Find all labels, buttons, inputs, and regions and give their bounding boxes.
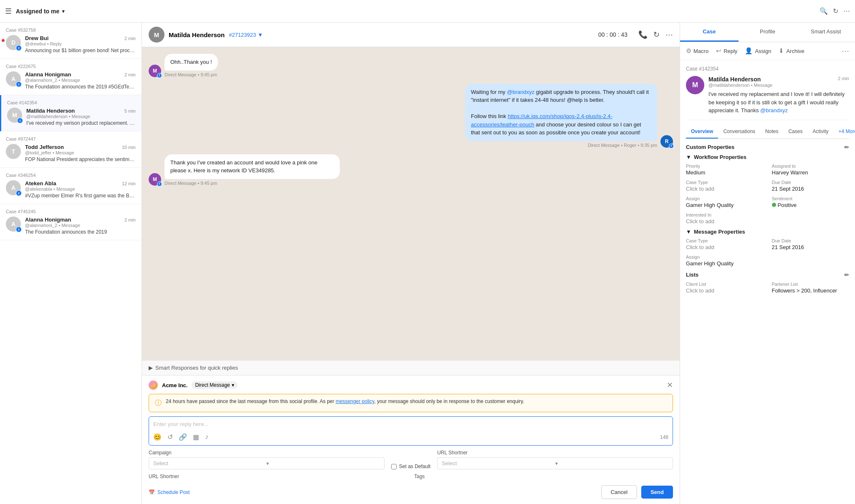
edit-custom-properties-icon[interactable]: ✏: [844, 144, 849, 151]
url-shortner-label-2: URL Shortner: [149, 474, 407, 479]
case-list-item[interactable]: Case #346254 A f Ateken Abla 12 min @ate…: [0, 168, 142, 204]
prop-case-type[interactable]: Case Type Click to add: [686, 180, 764, 192]
reply-tool[interactable]: ↩ Reply: [716, 47, 737, 55]
smart-responses-bar[interactable]: ▶ Smart Responses for quick replies: [142, 360, 680, 375]
more-chat-icon[interactable]: ⋯: [665, 30, 673, 39]
sub-tabs: Overview Conversations Notes Cases Activ…: [686, 125, 849, 139]
case-body: M f Matilda Henderson 5 min @matildahend…: [7, 108, 136, 126]
refresh-icon[interactable]: ↻: [833, 7, 838, 15]
reply-icon: ↩: [716, 47, 721, 55]
case-number: Case #346254: [6, 173, 136, 178]
case-info: Matilda Henderson 5 min @matildahenderso…: [26, 108, 136, 126]
case-info: Alanna Honigman 2 min @alannahoni_2 • Me…: [25, 217, 136, 235]
chat-contact-avatar: M: [149, 27, 164, 43]
assign-tool[interactable]: 👤 Assign: [745, 47, 771, 55]
char-count: 148: [660, 434, 668, 440]
sub-tab-conversations[interactable]: Conversations: [718, 125, 760, 139]
tab-smart-assist[interactable]: Smart Assist: [797, 23, 855, 42]
search-icon[interactable]: 🔍: [820, 7, 828, 15]
table-icon[interactable]: ▦: [193, 433, 199, 441]
fb-badge: f: [157, 73, 162, 78]
reply-textarea[interactable]: Enter your reply here... 😊 ↺ 🔗 ▦ ♪ 148: [149, 416, 673, 446]
campaign-label: Campaign: [149, 450, 384, 456]
msg-prop-case-type[interactable]: Case Type Click to add: [686, 238, 764, 250]
workflow-properties-section: ▼ Workflow Properties Priority Medium As…: [686, 154, 849, 224]
nav-icons: 🔍 ↻ ⋯: [820, 7, 850, 15]
msg-avatar: M f: [149, 65, 161, 77]
contact-info: Matilda Henderson @matildahenderson • Me…: [708, 76, 849, 115]
case-time: 2 min: [124, 217, 136, 222]
archive-label: Archive: [786, 48, 804, 54]
schedule-label: Schedule Post: [157, 489, 190, 495]
sub-tab-more[interactable]: +4 More: [833, 125, 855, 139]
case-contact-name: Drew Bui: [25, 35, 48, 41]
case-handle: @matildahenderson • Message: [26, 114, 136, 119]
message-row: Waiting for my @brandxyz gigabit upgrade…: [149, 84, 673, 148]
cancel-button[interactable]: Cancel: [601, 485, 637, 499]
contact-handle: @matildahenderson • Message: [708, 83, 772, 88]
case-preview: FOP National President appreciates the s…: [25, 156, 136, 162]
sub-tab-cases[interactable]: Cases: [783, 125, 807, 139]
rotate-icon[interactable]: ↺: [167, 433, 173, 441]
reply-box: ✨ Acme Inc. Direct Message ▾ ✕ ⓘ 24 hour…: [142, 375, 680, 504]
chat-case-id[interactable]: #27123923 ▼: [229, 32, 263, 38]
case-info: Drew Bui 2 min @drewbui • Reply Announci…: [25, 35, 136, 53]
campaign-select[interactable]: Select ▾: [149, 457, 384, 469]
archive-tool[interactable]: ⬇ Archive: [779, 47, 804, 55]
reply-channel-selector[interactable]: Direct Message ▾: [192, 381, 237, 389]
music-icon[interactable]: ♪: [205, 433, 208, 441]
case-list-item[interactable]: Case #142354 M f Matilda Henderson 5 min…: [0, 95, 142, 131]
toolbar-more-button[interactable]: ⋯: [842, 46, 849, 55]
chat-timer: 00 : 00 : 43: [598, 31, 627, 38]
lists-label: Lists: [686, 272, 698, 278]
archive-icon: ⬇: [779, 47, 784, 55]
sub-tab-notes[interactable]: Notes: [760, 125, 783, 139]
sub-tab-overview[interactable]: Overview: [686, 125, 718, 139]
chevron-down-icon: ▼: [686, 229, 691, 235]
set-default-input[interactable]: [391, 464, 397, 469]
mention-tag: @brandxyz: [760, 107, 788, 113]
edit-lists-icon[interactable]: ✏: [844, 272, 849, 278]
prop-interested-in[interactable]: Interested In Click to add: [686, 212, 764, 224]
custom-properties-title: Custom Properties ✏: [686, 144, 849, 151]
macro-tool[interactable]: ⚙ Macro: [686, 47, 708, 55]
hamburger-icon[interactable]: ☰: [5, 7, 12, 16]
message-props-header[interactable]: ▼ Message Properties: [686, 229, 849, 235]
msg-bubble: Waiting for my @brandxyz gigabit upgrade…: [465, 84, 657, 141]
workflow-header[interactable]: ▼ Workflow Properties: [686, 154, 849, 160]
chat-header: M Matilda Henderson #27123923 ▼ 00 : 00 …: [142, 23, 680, 47]
case-contact-name: Alanna Honigman: [25, 71, 71, 78]
url-shortner-select[interactable]: Select ▾: [437, 457, 673, 469]
sentiment-dot: [772, 203, 776, 207]
emoji-icon[interactable]: 😊: [153, 433, 162, 441]
client-list-item[interactable]: Client List Click to add: [686, 282, 764, 294]
more-icon[interactable]: ⋯: [843, 7, 850, 15]
close-reply-button[interactable]: ✕: [667, 381, 673, 390]
reload-icon[interactable]: ↻: [653, 30, 660, 39]
set-default-checkbox[interactable]: Set as Default: [391, 464, 430, 469]
msg-meta: Direct Message • 9:45 pm: [164, 72, 218, 77]
case-list-item[interactable]: Case #745245 A f Alanna Honigman 2 min @…: [0, 204, 142, 240]
nav-title[interactable]: Assigned to me ▼: [16, 8, 66, 15]
chat-panel: M Matilda Henderson #27123923 ▼ 00 : 00 …: [142, 23, 680, 504]
tab-case[interactable]: Case: [680, 23, 739, 42]
case-preview: I've received my verison product replace…: [26, 120, 136, 126]
case-contact-name: Todd Jefferson: [25, 144, 64, 150]
contact-message: I've received my replacement and I love …: [708, 90, 849, 115]
send-button[interactable]: Send: [641, 486, 673, 499]
case-body: A f Alanna Honigman 2 min @alannahoni_2 …: [6, 71, 136, 90]
messenger-policy-link[interactable]: messenger policy: [336, 398, 374, 404]
schedule-post-button[interactable]: 📅 Schedule Post: [149, 489, 190, 495]
case-list-panel: Case #532758 D f Drew Bui 2 min @drewbui…: [0, 23, 142, 504]
case-list-item[interactable]: Case #222675 A f Alanna Honigman 2 min @…: [0, 59, 142, 95]
case-info: Todd Jefferson 10 min @todd_jeffer • Mes…: [25, 144, 136, 162]
workflow-title: Workflow Properties: [694, 154, 746, 160]
compose-fields-2: URL Shortner Tags: [149, 474, 673, 479]
case-list-item[interactable]: Case #532758 D f Drew Bui 2 min @drewbui…: [0, 23, 142, 59]
tab-profile[interactable]: Profile: [739, 23, 797, 42]
phone-icon[interactable]: 📞: [638, 30, 648, 39]
case-list-item[interactable]: Case #972447 T Todd Jefferson 10 min @to…: [0, 131, 142, 168]
msg-avatar: R f: [660, 135, 673, 148]
link-icon[interactable]: 🔗: [179, 433, 187, 441]
sub-tab-activity[interactable]: Activity: [807, 125, 833, 139]
